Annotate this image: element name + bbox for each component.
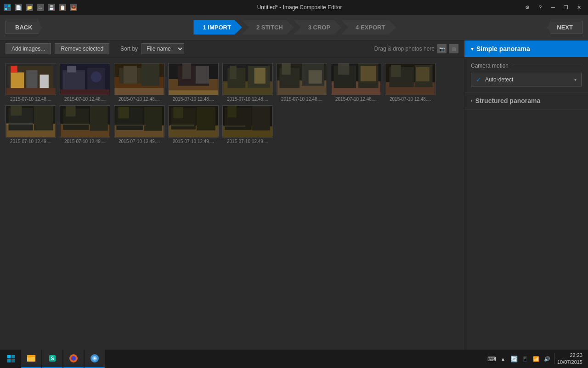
svg-rect-37 (230, 66, 237, 79)
restore-button[interactable]: ❐ (560, 3, 571, 12)
remove-selected-button[interactable]: Remove selected (55, 43, 109, 54)
svg-rect-6 (11, 72, 24, 90)
settings-button[interactable]: ⚙ (522, 3, 533, 12)
svg-rect-13 (62, 70, 85, 93)
svg-rect-65 (11, 106, 22, 115)
back-button[interactable]: BACK (6, 21, 42, 34)
network-icon[interactable]: 📶 (532, 355, 540, 363)
photo-icon: 📷 (437, 44, 447, 53)
save-icon[interactable]: 💾 (48, 4, 55, 11)
up-arrow-icon[interactable]: ▲ (499, 355, 507, 363)
simple-panorama-section: ▾ Simple panorama Camera motion ✓ Auto-d… (464, 40, 588, 92)
svg-rect-2 (5, 8, 7, 10)
titlebar-icons: 📄 📁 🗂 💾 📋 📤 (4, 4, 77, 11)
keyboard-icon[interactable]: ⌨ (488, 355, 496, 363)
taskbar-app-firefox[interactable] (63, 350, 84, 368)
drag-drop-area[interactable]: Drag & drop photos here 📷 ⊞ (374, 44, 458, 53)
minimize-button[interactable]: ─ (548, 3, 559, 12)
clock-time: 22:23 (557, 352, 582, 359)
phone-icon[interactable]: 📱 (521, 355, 529, 363)
svg-rect-71 (90, 106, 108, 131)
grid-view-icon[interactable]: ⊞ (449, 44, 458, 53)
svg-rect-96 (11, 355, 15, 358)
add-images-button[interactable]: Add images... (6, 43, 51, 54)
svg-rect-92 (252, 106, 270, 130)
start-button[interactable] (2, 350, 20, 368)
list-item[interactable]: 2015-07-10 12.48.... (277, 63, 327, 102)
simple-panorama-label: Simple panorama (476, 45, 530, 52)
step-stitch[interactable]: 2 STITCH (242, 20, 294, 34)
camera-motion-divider (512, 66, 582, 66)
simple-panorama-chevron: ▾ (471, 46, 474, 52)
volume-icon[interactable]: 🔊 (543, 355, 551, 363)
step-export[interactable]: 4 EXPORT (341, 20, 396, 34)
autodetect-row[interactable]: ✓ Auto-detect ▾ (471, 73, 582, 86)
list-item[interactable]: 2015-07-10 12.48.... (6, 63, 56, 102)
taskbar-app-store[interactable]: S (42, 350, 62, 368)
svg-rect-101 (27, 355, 31, 357)
svg-rect-58 (391, 65, 401, 77)
image-thumbnail (385, 63, 435, 95)
list-item[interactable]: 2015-07-10 12.49.... (60, 105, 110, 144)
next-button[interactable]: NEXT (547, 21, 582, 34)
svg-rect-95 (7, 355, 11, 358)
list-item[interactable]: 2015-07-10 12.48.... (331, 63, 381, 102)
svg-rect-87 (170, 125, 194, 126)
svg-rect-23 (141, 63, 159, 86)
svg-rect-72 (66, 106, 75, 116)
structured-panorama-header[interactable]: › Structured panorama (464, 92, 588, 109)
image-thumbnail (331, 63, 381, 95)
svg-point-105 (71, 356, 76, 361)
titlebar: 📄 📁 🗂 💾 📋 📤 Untitled* - Image Composite … (0, 0, 588, 15)
svg-rect-10 (11, 66, 17, 73)
sort-by-label: Sort by (120, 46, 138, 52)
wizard-bar: BACK 1 IMPORT 2 STITCH 3 CROP 4 EXPORT N… (0, 15, 588, 40)
close-button[interactable]: ✕ (573, 3, 584, 12)
help-button[interactable]: ? (535, 3, 546, 12)
list-item[interactable]: 2015-07-10 12.48.... (60, 63, 110, 102)
list-item[interactable]: 2015-07-10 12.48.... (168, 63, 219, 102)
list-item[interactable]: 2015-07-10 12.48.... (385, 63, 435, 102)
taskbar-app-ice[interactable] (85, 350, 105, 368)
step-import[interactable]: 1 IMPORT (193, 20, 242, 34)
svg-rect-31 (169, 90, 218, 95)
list-item[interactable]: 2015-07-10 12.49.... (6, 105, 56, 144)
image-thumbnail (114, 63, 164, 95)
saveas-icon[interactable]: 📋 (59, 4, 66, 11)
camera-motion-label: Camera motion (471, 63, 509, 69)
new-icon[interactable]: 📄 (15, 4, 22, 11)
image-label: 2015-07-10 12.48.... (227, 97, 268, 102)
list-item[interactable]: 2015-07-10 12.49.... (114, 105, 164, 144)
simple-panorama-header[interactable]: ▾ Simple panorama (464, 40, 588, 57)
image-thumbnail (277, 63, 327, 95)
content-area: Add images... Remove selected Sort by Fi… (0, 40, 464, 350)
image-thumbnail (60, 63, 110, 95)
list-item[interactable]: 2015-07-10 12.48.... (222, 63, 273, 102)
image-thumbnail (6, 63, 56, 95)
sync-icon[interactable]: 🔄 (510, 355, 518, 363)
svg-rect-45 (309, 70, 322, 84)
list-item[interactable]: 2015-07-10 12.49.... (222, 105, 273, 144)
image-label: 2015-07-10 12.48.... (281, 97, 322, 102)
open-folder-icon[interactable]: 📁 (26, 4, 33, 11)
list-item[interactable]: 2015-07-10 12.48.... (114, 63, 164, 102)
image-thumbnail (222, 105, 273, 138)
list-item[interactable]: 2015-07-10 12.49.... (168, 105, 219, 144)
system-clock[interactable]: 22:23 10/07/2015 (557, 352, 582, 366)
image-label: 2015-07-10 12.49.... (227, 139, 268, 144)
image-thumbnail (168, 63, 219, 95)
step-import-label: 1 IMPORT (203, 24, 231, 31)
image-label: 2015-07-10 12.48.... (390, 97, 431, 102)
image-label: 2015-07-10 12.48.... (173, 97, 214, 102)
sort-select[interactable]: File name Date taken File size (141, 43, 184, 54)
step-crop[interactable]: 3 CROP (294, 20, 341, 34)
taskbar-app-explorer[interactable] (21, 350, 41, 368)
svg-rect-98 (11, 359, 15, 362)
toolbar: Add images... Remove selected Sort by Fi… (0, 40, 464, 58)
images-grid[interactable]: 2015-07-10 12.48.... 2015-07-10 12.48...… (0, 58, 464, 350)
main-area: Add images... Remove selected Sort by Fi… (0, 40, 588, 350)
image-label: 2015-07-10 12.48.... (335, 97, 377, 102)
publish-icon[interactable]: 📤 (70, 4, 77, 11)
image-thumbnail (168, 105, 219, 138)
browse-icon[interactable]: 🗂 (37, 4, 44, 11)
